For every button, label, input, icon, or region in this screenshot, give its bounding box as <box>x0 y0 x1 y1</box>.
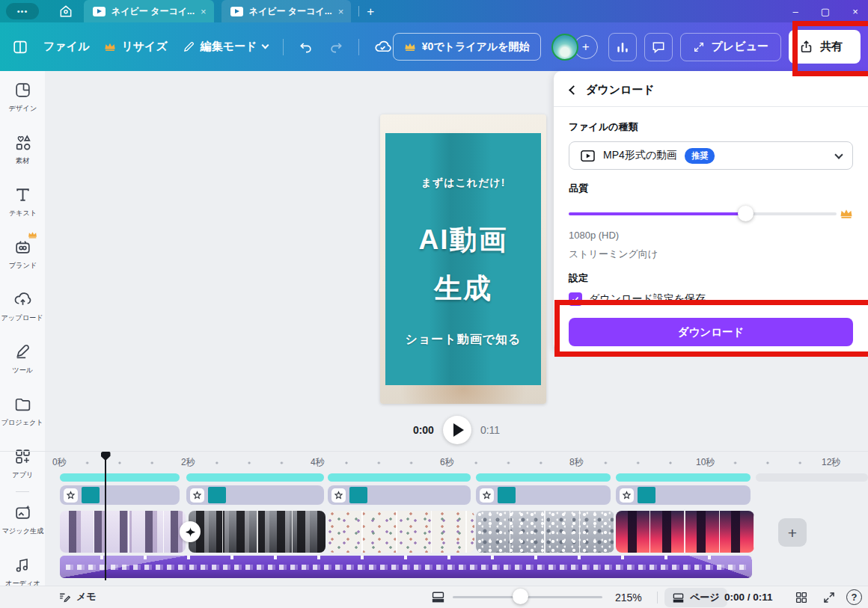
trial-button[interactable]: ¥0でトライアルを開始 <box>393 33 541 61</box>
editor-toolbar: ファイル リサイズ 編集モード <box>0 22 868 71</box>
page-strip-segment[interactable] <box>328 473 471 482</box>
preview-button[interactable]: プレビュー <box>680 33 781 61</box>
video-canvas[interactable]: まずはこれだけ! AI動画 生成 ショート動画で知る <box>380 114 546 404</box>
home-button[interactable] <box>52 0 79 22</box>
scene-segment[interactable] <box>60 485 180 505</box>
status-bar: メモ 215% ページ 0:00 / 0:11 ? <box>0 586 868 608</box>
color-swatch[interactable] <box>349 487 367 503</box>
color-swatch[interactable] <box>208 487 226 503</box>
toggle-panel-icon[interactable] <box>12 39 28 55</box>
settings-label: 設定 <box>569 271 853 285</box>
teal-overlay-layer[interactable]: まずはこれだけ! AI動画 生成 ショート動画で知る <box>385 133 541 385</box>
tab-close-icon[interactable]: × <box>201 6 207 17</box>
slide-title-line2[interactable]: 生成 <box>385 270 541 307</box>
user-avatar[interactable] <box>551 34 578 61</box>
total-duration: 0:11 <box>480 424 500 436</box>
star-icon <box>66 491 76 500</box>
transition-button[interactable] <box>180 521 201 542</box>
tab-navy-turquoise-2[interactable]: ネイビー ターコイ... × <box>221 0 352 22</box>
share-button[interactable]: 共有 <box>789 30 861 64</box>
audio-track[interactable] <box>60 556 752 578</box>
ruler-tick: 4秒 <box>308 456 328 469</box>
notes-button[interactable]: メモ <box>58 590 97 604</box>
undo-button[interactable] <box>299 40 314 55</box>
playhead-line[interactable] <box>105 453 106 580</box>
animation-chip[interactable] <box>480 488 494 503</box>
page-view-icon <box>672 592 685 604</box>
quality-slider-track[interactable] <box>569 212 837 215</box>
sidebar-item-uploads[interactable]: アップロード <box>0 280 45 333</box>
scene-segment[interactable] <box>186 485 324 505</box>
page-strip-segment[interactable] <box>60 473 180 482</box>
sidebar-item-projects[interactable]: プロジェクト <box>0 385 45 437</box>
sidebar-item-design[interactable]: デザイン <box>0 71 45 123</box>
sidebar-item-brand[interactable]: ブランド <box>0 228 45 280</box>
maximize-button[interactable]: ▢ <box>820 6 831 17</box>
redo-button[interactable] <box>328 40 343 55</box>
video-clip-3[interactable] <box>328 511 474 553</box>
animation-chip[interactable] <box>331 488 346 503</box>
video-clip-5[interactable] <box>616 511 754 553</box>
tab-divider <box>358 6 359 16</box>
slide-subtitle[interactable]: ショート動画で知る <box>385 332 541 348</box>
add-clip-button[interactable]: + <box>778 518 807 547</box>
page-view-button[interactable]: ページ <box>664 588 727 607</box>
ruler-tick: 12秒 <box>819 456 843 469</box>
chevron-down-icon <box>834 150 843 159</box>
color-swatch[interactable] <box>638 487 655 503</box>
file-menu[interactable]: ファイル <box>43 40 89 54</box>
video-clip-4[interactable] <box>476 511 614 553</box>
expand-arrows-icon <box>693 41 705 53</box>
timeline-ruler[interactable]: 0秒 2秒 4秒 6秒 8秒 10秒 12秒 <box>0 455 868 471</box>
new-tab-button[interactable]: + <box>367 5 374 18</box>
save-settings-checkbox[interactable] <box>569 292 582 306</box>
play-button[interactable] <box>443 416 471 444</box>
slide-title-line1[interactable]: AI動画 <box>385 221 541 259</box>
home-icon <box>58 4 73 19</box>
scene-segment[interactable] <box>328 485 471 505</box>
slide-tagline[interactable]: まずはこれだけ! <box>385 176 541 190</box>
video-clip-1[interactable] <box>60 511 186 553</box>
video-tab-icon <box>93 7 106 16</box>
scene-segment[interactable] <box>616 485 751 505</box>
timeline-zoom-handle[interactable] <box>513 589 528 604</box>
tab-navy-turquoise-1[interactable]: ネイビー ターコイ... × <box>84 0 214 22</box>
resize-menu[interactable]: リサイズ <box>104 40 167 54</box>
quality-slider-handle[interactable] <box>738 206 754 221</box>
insights-button[interactable] <box>608 33 637 61</box>
animation-chip[interactable] <box>64 488 78 503</box>
page-strip-segment[interactable] <box>616 473 751 482</box>
resolution-value: 1080p (HD) <box>569 230 853 241</box>
sidebar-item-text[interactable]: テキスト <box>0 176 45 228</box>
minimize-button[interactable]: – <box>790 6 801 17</box>
redo-icon <box>328 40 343 55</box>
scene-segment[interactable] <box>476 485 611 505</box>
page-strip-segment[interactable] <box>476 473 611 482</box>
tab-close-icon[interactable]: × <box>338 6 344 17</box>
animation-chip[interactable] <box>190 488 204 503</box>
close-button[interactable]: × <box>850 6 861 17</box>
color-swatch[interactable] <box>82 487 100 503</box>
video-clip-2[interactable] <box>189 511 326 553</box>
help-button[interactable]: ? <box>846 589 862 605</box>
quality-slider-fill <box>569 212 745 215</box>
grid-view-button[interactable] <box>795 591 808 607</box>
fullscreen-button[interactable] <box>822 591 836 607</box>
folder-icon <box>13 395 32 414</box>
sidebar-item-tools[interactable]: ツール <box>0 333 45 385</box>
edit-mode-menu[interactable]: 編集モード <box>183 40 268 54</box>
file-type-dropdown[interactable]: MP4形式の動画 推奨 <box>569 141 853 170</box>
star-icon <box>482 491 492 500</box>
save-settings-row[interactable]: ダウンロード設定を保存 <box>569 292 853 306</box>
back-button[interactable] <box>569 85 578 95</box>
app-menu-button[interactable]: ••• <box>6 3 39 19</box>
download-button[interactable]: ダウンロード <box>569 318 853 346</box>
cloud-saved-icon[interactable] <box>374 38 391 55</box>
pencil-icon <box>183 40 195 53</box>
collapse-timeline-icon[interactable] <box>431 591 445 607</box>
animation-chip[interactable] <box>620 488 634 503</box>
sidebar-item-elements[interactable]: 素材 <box>0 123 45 176</box>
comments-button[interactable] <box>644 33 673 61</box>
color-swatch[interactable] <box>498 487 516 503</box>
page-strip-segment[interactable] <box>186 473 324 482</box>
